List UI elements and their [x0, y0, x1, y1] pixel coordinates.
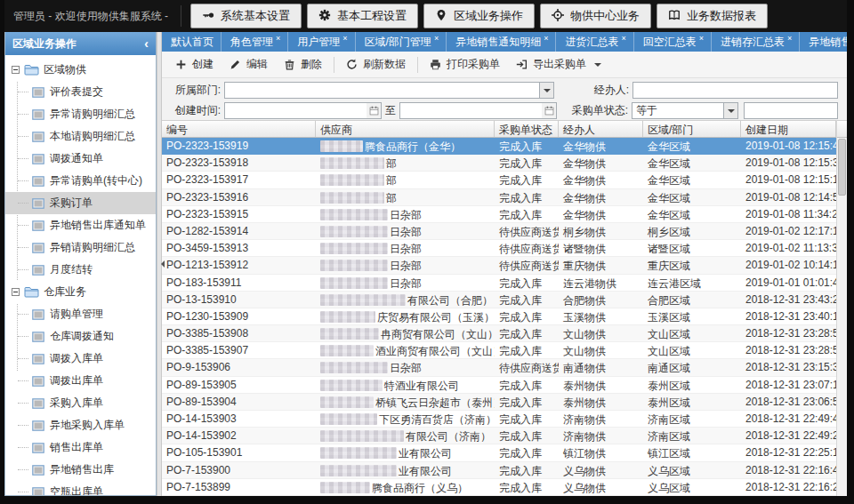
tab[interactable]: 进货汇总表× — [556, 32, 633, 52]
table-row[interactable]: PO-1213-153912日杂部待供应商送货重庆物供重庆区域2019-01-0… — [162, 257, 836, 274]
tree-item[interactable]: 异地销售出库通知单 — [5, 214, 156, 236]
close-icon[interactable]: × — [544, 34, 548, 43]
tree-item[interactable]: 异常请购明细汇总 — [5, 103, 156, 125]
tree-folder[interactable]: 仓库业务 — [5, 281, 156, 303]
tree-item[interactable]: 本地请购明细汇总 — [5, 125, 156, 148]
handler: 文山物供 — [559, 325, 643, 341]
print-button[interactable]: 打印采购单 — [422, 54, 508, 76]
topbar-menu-button[interactable]: 业务数据报表 — [657, 4, 768, 28]
topbar-menu-button[interactable]: 基本工程设置 — [307, 4, 418, 28]
close-icon[interactable]: × — [342, 34, 347, 43]
create-button[interactable]: 创建 — [167, 54, 222, 76]
region-dept: 金华区域 — [643, 155, 741, 171]
order-id: PO-183-153911 — [162, 275, 316, 291]
calendar-icon[interactable] — [367, 102, 382, 119]
calendar-icon[interactable] — [542, 102, 557, 119]
tree-item[interactable]: 空瓶出库单 — [5, 481, 156, 495]
tab[interactable]: 用户管理× — [288, 32, 355, 52]
tab[interactable]: 异地销售通知明细× — [447, 32, 556, 52]
chevron-down-icon[interactable] — [539, 82, 554, 99]
column-header[interactable]: 创建日期 — [741, 121, 836, 137]
tree-item[interactable]: 异地销售出库 — [5, 459, 156, 481]
scrollbar-thumb[interactable] — [838, 139, 846, 196]
close-icon[interactable]: × — [787, 34, 792, 43]
close-icon[interactable]: × — [434, 34, 439, 43]
tab[interactable]: 进销存汇总表× — [712, 32, 800, 52]
table-row[interactable]: PO-105-153901业有限公司完成入库镇江物供镇江区域2018-12-31… — [162, 444, 836, 461]
collapse-arrow-icon[interactable] — [157, 260, 165, 268]
tree-item[interactable]: 异常请购单(转中心) — [5, 170, 156, 192]
table-row[interactable]: PO-14-153903下区勇清百货店（济南）完成入库济南物供济南区域2018-… — [162, 411, 836, 428]
close-icon[interactable]: × — [276, 34, 280, 43]
create-date: 2018-12-31 22:49:48 — [741, 411, 836, 427]
table-row[interactable]: PO-2323-153916部完成入库金华物供金华区域2019-01-08 12… — [162, 189, 836, 206]
table-row[interactable]: PO-3385-153907酒业商贸有限公司（文山）完成入库文山物供文山区域20… — [162, 342, 836, 359]
date-from-input[interactable] — [224, 102, 382, 119]
form-icon — [32, 243, 44, 253]
table-row[interactable]: PO-89-153904桥镇飞云日杂超市（泰州）完成入库泰州物供泰州区域2018… — [162, 394, 836, 411]
tree-item[interactable]: 调拨出库单 — [5, 370, 156, 392]
column-header[interactable]: 采购单状态 — [495, 121, 559, 137]
export-button[interactable]: 导出采购单 — [508, 54, 609, 76]
splitter[interactable] — [157, 32, 162, 496]
column-header[interactable]: 供应商 — [316, 121, 495, 137]
tree-item[interactable]: 请购单管理 — [5, 303, 156, 325]
tree-item[interactable]: 异销请购明细汇总 — [5, 236, 156, 259]
column-header[interactable]: 区域/部门 — [643, 121, 741, 137]
tab[interactable]: 异地销售调整明细× — [800, 32, 847, 52]
status-op-select[interactable]: 等于 — [632, 102, 738, 119]
tree-item[interactable]: 异地采购入库单 — [5, 414, 156, 436]
table-row[interactable]: PO-9-153906日杂部待供应商送货南通物供南通区域2018-12-31 2… — [162, 359, 836, 376]
topbar-menu-button[interactable]: 物供中心业务 — [540, 4, 651, 28]
topbar-menu-button[interactable]: 区域业务操作 — [423, 4, 535, 28]
table-row[interactable]: PO-2323-153915日杂部完成入库金华物供金华区域2019-01-08 … — [162, 206, 836, 223]
table-row[interactable]: PO-14-153902有限公司（济南）完成入库济南物供济南区域2018-12-… — [162, 428, 836, 444]
table-row[interactable]: PO-7-153899腾食品商行（义乌）完成入库义乌物供义乌区域2018-12-… — [162, 479, 836, 496]
status-filter-input[interactable] — [744, 102, 838, 119]
table-row[interactable]: PO-2323-153918部完成入库金华物供金华区域2019-01-08 12… — [162, 155, 836, 172]
refresh-button[interactable]: 刷新数据 — [338, 54, 414, 76]
scrollbar-track[interactable] — [837, 138, 847, 496]
close-icon[interactable]: × — [699, 34, 704, 43]
tab[interactable]: 区域/部门管理× — [356, 32, 447, 52]
date-to-input[interactable] — [399, 102, 557, 119]
table-row[interactable]: PO-183-153911日杂部完成入库连云港物供连云港区域2019-01-01… — [162, 275, 836, 292]
chevron-left-icon[interactable]: ‹ — [144, 37, 149, 50]
table-row[interactable]: PO-3459-153913日杂部待供应商送货诸暨物供诸暨区域2019-01-0… — [162, 240, 836, 257]
close-icon[interactable]: × — [621, 34, 625, 43]
chevron-down-icon[interactable] — [723, 102, 738, 119]
handler-filter-input[interactable] — [632, 82, 838, 99]
table-row[interactable]: PO-2323-153919腾食品商行（金华）完成入库金华物供金华区域2019-… — [162, 138, 836, 155]
redacted-blur — [320, 345, 374, 356]
table-row[interactable]: PO-13-153910有限公司（合肥）完成入库合肥物供合肥区域2018-12-… — [162, 292, 836, 308]
column-header[interactable]: 经办人 — [559, 121, 643, 137]
dept-filter-select[interactable] — [224, 82, 554, 99]
vertical-scrollbar[interactable] — [836, 120, 847, 496]
tree-item[interactable]: 采购入库单 — [5, 392, 156, 414]
table-row[interactable]: PO-2323-153917部完成入库金华物供金华区域2019-01-08 12… — [162, 172, 836, 188]
collapse-expander-icon[interactable] — [12, 288, 20, 296]
tree-item[interactable]: 采购订单 — [5, 192, 156, 214]
table-row[interactable]: PO-1282-153914日杂部待供应商送货桐乡物供桐乡区域2019-01-0… — [162, 223, 836, 240]
table-row[interactable]: PO-1230-153909庆贸易有限公司（玉溪）完成入库玉溪物供玉溪区域201… — [162, 308, 836, 325]
table-row[interactable]: PO-89-153905特酒业有限公司完成入库泰州物供泰州区域2018-12-3… — [162, 377, 836, 394]
tree-item[interactable]: 仓库调拨通知 — [5, 325, 156, 348]
table-row[interactable]: PO-3385-153908冉商贸有限公司（文山）完成入库文山物供文山区域201… — [162, 325, 836, 342]
tree-item[interactable]: 月度结转 — [5, 259, 156, 281]
edit-button[interactable]: 编辑 — [222, 54, 276, 76]
tree-item[interactable]: 调拨通知单 — [5, 148, 156, 170]
tab[interactable]: 默认首页 — [162, 32, 222, 52]
delete-button[interactable]: 删除 — [276, 54, 330, 76]
tree-item[interactable]: 评价表提交 — [5, 81, 156, 103]
tab[interactable]: 回空汇总表× — [634, 32, 712, 52]
region-dept: 泰州区域 — [643, 377, 741, 393]
table-row[interactable]: PO-7-153900业有限公司完成入库义乌物供义乌区域2018-12-31 2… — [162, 462, 836, 479]
tree-folder[interactable]: 区域物供 — [5, 59, 156, 81]
column-header[interactable]: 编号 — [162, 121, 316, 137]
redacted-blur — [320, 140, 363, 152]
tree-item[interactable]: 调拨入库单 — [5, 348, 156, 370]
tab[interactable]: 角色管理× — [222, 32, 288, 52]
collapse-expander-icon[interactable] — [12, 66, 20, 74]
tree-item[interactable]: 销售出库单 — [5, 436, 156, 459]
topbar-menu-button[interactable]: 系统基本设置 — [190, 4, 302, 28]
